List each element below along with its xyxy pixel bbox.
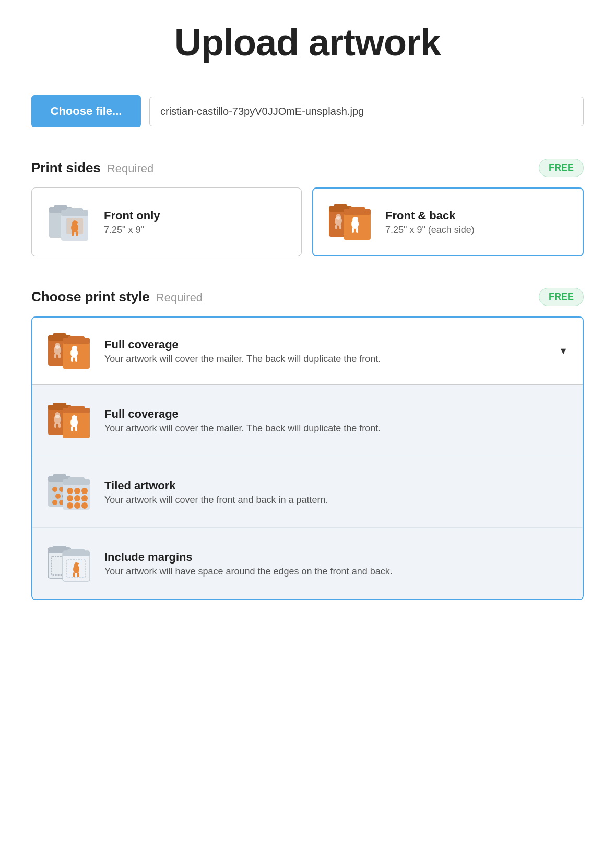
front-back-text: Front & back 7.25" x 9" (each side) (385, 209, 475, 236)
svg-point-62 (55, 494, 61, 499)
svg-point-46 (55, 412, 60, 418)
svg-rect-36 (63, 338, 90, 344)
svg-rect-25 (356, 228, 358, 233)
svg-rect-48 (58, 423, 61, 428)
svg-point-16 (336, 214, 341, 220)
choose-file-button[interactable]: Choose file... (31, 95, 141, 127)
print-sides-free-badge: FREE (539, 159, 584, 177)
tiled-info: Tiled artwork Your artwork will cover th… (104, 479, 328, 506)
svg-rect-39 (71, 357, 73, 362)
svg-rect-47 (54, 423, 56, 428)
print-side-front-only[interactable]: Front only 7.25" x 9" (31, 187, 302, 256)
svg-point-70 (74, 488, 80, 494)
svg-rect-18 (339, 225, 341, 229)
tiled-icon (47, 471, 94, 513)
tiled-title: Tiled artwork (104, 479, 328, 492)
svg-point-73 (74, 495, 80, 501)
svg-rect-9 (72, 231, 74, 236)
print-side-front-back[interactable]: Front & back 7.25" x 9" (each side) (312, 187, 584, 256)
svg-rect-51 (63, 408, 90, 413)
selected-style-desc: Your artwork will cover the mailer. The … (104, 354, 381, 365)
print-style-label: Choose print style Required (31, 289, 203, 305)
svg-point-74 (81, 495, 88, 501)
svg-point-56 (74, 416, 77, 418)
file-upload-row: Choose file... (31, 95, 584, 127)
svg-point-69 (67, 488, 73, 494)
svg-rect-10 (76, 231, 78, 236)
style-option-tiled[interactable]: Tiled artwork Your artwork will cover th… (32, 456, 583, 527)
front-back-subtitle: 7.25" x 9" (each side) (385, 225, 475, 236)
print-style-title: Choose print style (31, 289, 150, 305)
svg-rect-55 (75, 426, 77, 431)
print-sides-options: Front only 7.25" x 9" (31, 187, 584, 256)
svg-point-64 (52, 500, 57, 505)
print-sides-required: Required (107, 162, 153, 175)
front-only-subtitle: 7.25" x 9" (104, 225, 160, 236)
svg-rect-54 (71, 426, 73, 431)
print-style-required: Required (156, 291, 203, 304)
front-back-title: Front & back (385, 209, 475, 222)
print-style-dropdown: Full coverage Your artwork will cover th… (31, 316, 584, 600)
full-coverage-info: Full coverage Your artwork will cover th… (104, 407, 381, 434)
svg-point-71 (81, 488, 88, 494)
print-style-options-list: Full coverage Your artwork will cover th… (32, 384, 583, 599)
svg-point-26 (355, 217, 358, 219)
front-only-text: Front only 7.25" x 9" (104, 209, 160, 236)
style-option-margins[interactable]: Include margins Your artwork will have s… (32, 527, 583, 599)
page-title: Upload artwork (31, 21, 584, 64)
tiled-desc: Your artwork will cover the front and ba… (104, 495, 328, 506)
svg-rect-21 (344, 209, 371, 215)
margins-icon (47, 543, 94, 584)
svg-point-72 (67, 495, 73, 501)
full-coverage-desc: Your artwork will cover the mailer. The … (104, 423, 381, 434)
print-style-free-badge: FREE (539, 288, 584, 306)
front-only-title: Front only (104, 209, 160, 222)
svg-point-90 (77, 563, 79, 565)
svg-rect-5 (61, 210, 88, 216)
svg-rect-24 (352, 228, 354, 233)
selected-style-icon (47, 330, 94, 372)
svg-point-31 (55, 343, 60, 349)
file-name-input[interactable] (149, 97, 584, 126)
print-sides-label: Print sides Required (31, 160, 153, 176)
svg-point-76 (74, 502, 80, 509)
svg-rect-40 (75, 357, 77, 362)
svg-point-60 (52, 487, 57, 492)
svg-point-8 (72, 220, 77, 227)
full-coverage-icon (47, 400, 94, 441)
svg-rect-68 (63, 479, 90, 485)
print-sides-section: Print sides Required FREE (31, 159, 584, 256)
print-sides-title: Print sides (31, 160, 101, 176)
margins-title: Include margins (104, 550, 393, 564)
print-style-section: Choose print style Required FREE (31, 288, 584, 600)
front-back-icon (328, 201, 375, 243)
svg-rect-89 (77, 572, 79, 577)
svg-rect-17 (335, 225, 337, 229)
svg-rect-84 (63, 551, 90, 556)
svg-point-11 (75, 221, 78, 224)
svg-rect-88 (73, 572, 75, 577)
svg-point-41 (74, 346, 77, 348)
selected-style-title: Full coverage (104, 338, 381, 351)
svg-point-77 (81, 502, 88, 509)
print-style-selected[interactable]: Full coverage Your artwork will cover th… (32, 318, 583, 384)
print-sides-header: Print sides Required FREE (31, 159, 584, 177)
dropdown-arrow-icon: ▼ (559, 346, 568, 357)
full-coverage-title: Full coverage (104, 407, 381, 421)
selected-style-info: Full coverage Your artwork will cover th… (104, 338, 381, 365)
margins-desc: Your artwork will have space around the … (104, 566, 393, 577)
svg-point-75 (67, 502, 73, 509)
svg-rect-32 (54, 354, 56, 358)
svg-rect-33 (58, 354, 61, 358)
style-option-full-coverage[interactable]: Full coverage Your artwork will cover th… (32, 385, 583, 456)
front-only-icon (46, 201, 93, 243)
margins-info: Include margins Your artwork will have s… (104, 550, 393, 577)
print-style-header: Choose print style Required FREE (31, 288, 584, 306)
